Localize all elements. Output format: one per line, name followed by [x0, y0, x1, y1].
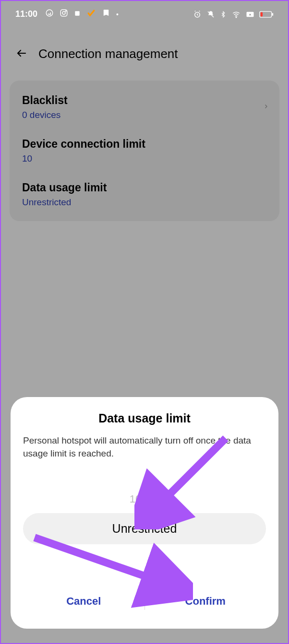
instagram-icon — [60, 9, 68, 20]
svg-line-15 — [35, 538, 179, 588]
picker-option-above[interactable]: 10 GB — [23, 489, 266, 513]
svg-text:×: × — [249, 12, 252, 17]
value-picker[interactable]: 10 GB Unrestricted — [23, 489, 266, 544]
confirm-button[interactable]: Confirm — [145, 587, 266, 615]
wifi-icon — [231, 10, 241, 19]
check-icon — [86, 8, 96, 20]
svg-rect-10 — [272, 13, 273, 15]
whatsapp-icon — [45, 9, 54, 20]
data-usage-modal: Data usage limit Personal hotspot will a… — [11, 397, 278, 629]
status-bar: 11:00 • × — [1, 1, 288, 27]
mute-icon — [206, 10, 215, 19]
cancel-button[interactable]: Cancel — [23, 587, 144, 615]
svg-point-0 — [46, 10, 53, 16]
svg-point-3 — [65, 11, 66, 12]
signal-icon: × — [246, 11, 254, 18]
alarm-icon — [193, 10, 202, 19]
svg-rect-11 — [261, 12, 263, 16]
app-icon — [74, 9, 81, 19]
battery-icon — [259, 11, 274, 18]
status-time: 11:00 — [15, 9, 37, 19]
svg-rect-4 — [75, 11, 79, 15]
svg-point-6 — [236, 17, 237, 18]
bluetooth-icon — [220, 10, 227, 19]
more-indicator: • — [116, 11, 119, 18]
note-icon — [102, 9, 110, 20]
picker-option-selected[interactable]: Unrestricted — [23, 513, 266, 544]
modal-description: Personal hotspot will automatically turn… — [23, 434, 266, 460]
svg-point-2 — [62, 12, 65, 14]
modal-title: Data usage limit — [23, 411, 266, 425]
